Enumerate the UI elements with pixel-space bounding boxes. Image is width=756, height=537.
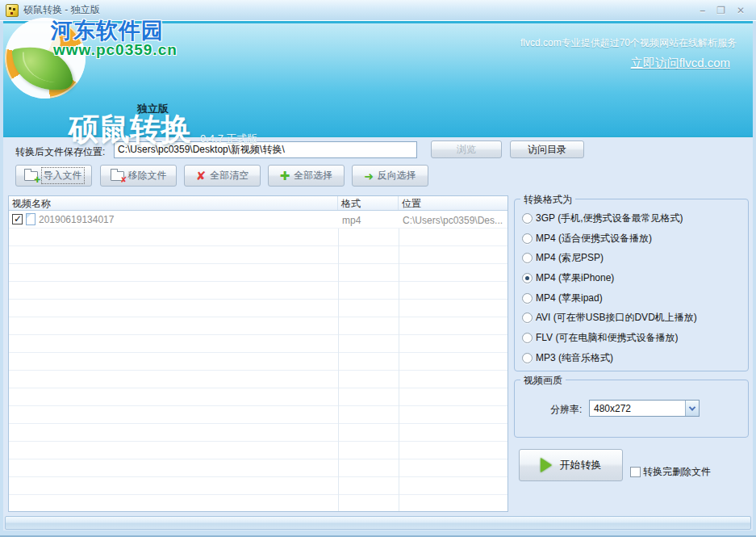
invert-selection-button[interactable]: ➜ 反向选择 (352, 165, 428, 187)
close-icon[interactable]: ✕ (737, 6, 745, 15)
watermark-site-url: www.pc0359.cn (53, 41, 178, 59)
format-text: mp4 (342, 215, 361, 226)
window-title: 硕鼠转换 - 独立版 (23, 3, 100, 17)
import-files-button[interactable]: ✚ 导入文件 (15, 165, 92, 187)
remove-files-button[interactable]: ✘ 移除文件 (100, 165, 177, 187)
radio-icon (522, 253, 533, 263)
flvcd-link[interactable]: 立即访问flvcd.com (631, 56, 730, 71)
table-row[interactable]: 20190619134017 mp4 C:\Users\pc0359\Des..… (9, 211, 507, 229)
column-divider (399, 211, 399, 511)
select-all-label: 全部选择 (294, 169, 332, 182)
radio-option-mp4-portable[interactable]: MP4 (适合便携式设备播放) (522, 229, 745, 249)
resolution-select[interactable]: 480x272 (589, 400, 700, 417)
invert-selection-icon: ➜ (364, 170, 374, 182)
format-groupbox: 转换格式为 3GP (手机,便携式设备最常见格式) MP4 (适合便携式设备播放… (514, 199, 749, 371)
table-header: 视频名称 格式 位置 (9, 196, 507, 211)
folder-add-icon: ✚ (24, 171, 38, 181)
row-checkbox[interactable] (12, 214, 23, 224)
radio-icon (522, 313, 533, 323)
cell-video-name: 20190619134017 (9, 213, 338, 225)
app-icon (6, 4, 19, 17)
start-convert-button[interactable]: 开始转换 (519, 449, 623, 481)
dropdown-arrow-button[interactable] (685, 401, 699, 416)
column-header-video-name[interactable]: 视频名称 (9, 196, 338, 210)
app-logo-text: 硕鼠转换 (69, 109, 191, 150)
app-window: 硕鼠转换 - 独立版 – ❐ ✕ 硕鼠转换 独立版 0.4.7 正式版 flvc… (0, 0, 756, 537)
browse-button[interactable]: 浏览 (431, 141, 502, 158)
resolution-value: 480x272 (590, 403, 685, 414)
radio-icon (522, 213, 533, 224)
column-divider (338, 211, 339, 511)
folder-remove-icon: ✘ (111, 171, 124, 181)
delete-after-checkbox-row[interactable]: 转换完删除文件 (630, 465, 711, 479)
format-groupbox-title: 转换格式为 (520, 193, 575, 207)
format-options-list: 3GP (手机,便携式设备最常见格式) MP4 (适合便携式设备播放) MP4 … (522, 208, 745, 368)
radio-icon (522, 333, 533, 343)
radio-option-mp4-ipad[interactable]: MP4 (苹果ipad) (522, 288, 745, 308)
clear-all-button[interactable]: ✘ 全部清空 (184, 165, 261, 187)
select-all-button[interactable]: ✚ 全部选择 (268, 165, 345, 187)
quality-groupbox: 视频画质 分辨率: 480x272 (514, 380, 749, 438)
radio-option-mp3[interactable]: MP3 (纯音乐格式) (522, 348, 745, 368)
import-files-label: 导入文件 (42, 168, 84, 183)
flvcd-tagline: flvcd.com专业提供超过70个视频网站在线解析服务 (520, 36, 737, 50)
clear-all-label: 全部清空 (210, 169, 249, 182)
radio-option-mp4-iphone[interactable]: MP4 (苹果iPhone) (522, 268, 745, 288)
delete-after-label: 转换完删除文件 (643, 465, 711, 479)
visit-directory-button[interactable]: 访问目录 (510, 141, 584, 158)
cell-format: mp4 (338, 212, 399, 227)
window-controls: – ❐ ✕ (700, 6, 756, 15)
cell-location: C:\Users\pc0359\Des... (399, 212, 507, 227)
version-label: 0.4.7 正式版 (200, 132, 258, 146)
clear-all-icon: ✘ (196, 169, 207, 183)
location-text: C:\Users\pc0359\Des... (403, 215, 503, 226)
visit-directory-label: 访问目录 (528, 143, 566, 157)
radio-icon (522, 293, 533, 304)
minimize-icon[interactable]: – (700, 6, 705, 15)
start-convert-label: 开始转换 (560, 458, 602, 472)
column-header-location[interactable]: 位置 (399, 196, 507, 210)
radio-option-3gp[interactable]: 3GP (手机,便携式设备最常见格式) (522, 208, 745, 229)
resolution-label: 分辨率: (550, 403, 582, 417)
radio-option-mp4-psp[interactable]: MP4 (索尼PSP) (522, 248, 745, 268)
radio-option-flv[interactable]: FLV (可在电脑和便携式设备播放) (522, 328, 745, 348)
video-name-text: 20190619134017 (39, 214, 114, 225)
video-file-table: 视频名称 格式 位置 20190619134017 mp4 C:\Users\p… (8, 195, 508, 512)
invert-selection-label: 反向选择 (378, 169, 416, 182)
radio-icon (522, 353, 533, 363)
play-icon (541, 458, 552, 472)
radio-icon (522, 273, 533, 283)
radio-option-avi[interactable]: AVI (可在带USB接口的DVD机上播放) (522, 308, 745, 328)
status-bar (5, 516, 751, 530)
delete-after-checkbox[interactable] (630, 467, 641, 477)
quality-groupbox-title: 视频画质 (520, 374, 566, 388)
column-header-format[interactable]: 格式 (338, 196, 399, 210)
chevron-down-icon (689, 404, 695, 410)
edition-label: 独立版 (137, 102, 169, 116)
remove-files-label: 移除文件 (128, 169, 167, 182)
table-body (9, 211, 507, 511)
select-all-icon: ✚ (280, 169, 290, 183)
browse-button-label: 浏览 (457, 143, 476, 157)
file-icon (26, 213, 36, 225)
maximize-icon[interactable]: ❐ (716, 6, 725, 15)
radio-icon (522, 233, 533, 244)
